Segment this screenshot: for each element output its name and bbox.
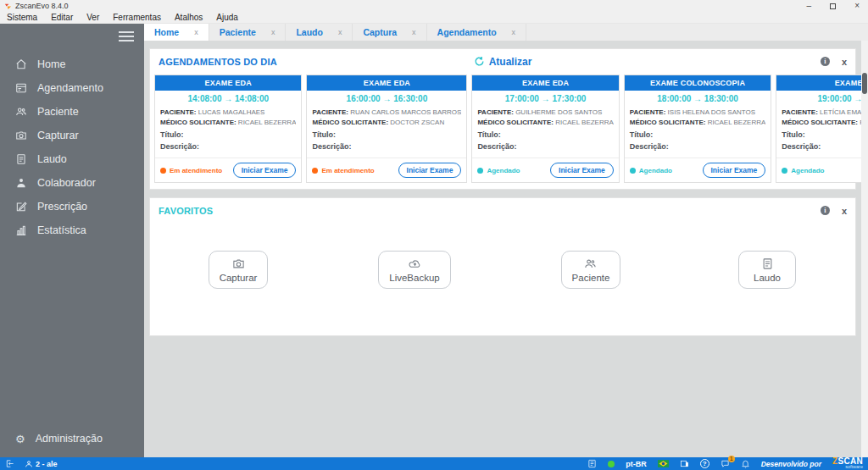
menu-sistema[interactable]: Sistema bbox=[7, 13, 37, 22]
notifications-bell-icon[interactable] bbox=[741, 459, 750, 468]
patients-icon bbox=[15, 106, 27, 118]
favorite-livebackup-button[interactable]: LiveBackup bbox=[378, 251, 450, 289]
sidebar-item-label: Estatística bbox=[37, 224, 86, 236]
exam-time: 19:00:00 → 19:30:00 bbox=[776, 91, 868, 106]
exam-card: EXAME COLONOSCOPIA 18:00:00 → 18:30:00 P… bbox=[624, 75, 771, 183]
display-icon[interactable] bbox=[680, 459, 689, 468]
tab-close-icon[interactable]: x bbox=[412, 28, 416, 36]
info-icon[interactable]: i bbox=[821, 57, 830, 66]
help-icon[interactable]: ? bbox=[700, 459, 709, 468]
connection-status-icon bbox=[608, 461, 615, 467]
collaborator-icon bbox=[15, 177, 27, 189]
patient-name: LUCAS MAGALHAES bbox=[198, 108, 265, 116]
tab-close-icon[interactable]: x bbox=[338, 28, 342, 36]
menu-editar[interactable]: Editar bbox=[51, 13, 73, 22]
minimize-button[interactable]: – bbox=[807, 2, 812, 10]
log-icon[interactable] bbox=[587, 459, 597, 468]
tab-captura[interactable]: Capturax bbox=[353, 24, 426, 41]
exam-card: EXAME EDA 17:00:00 → 17:30:00 PACIENTE: … bbox=[471, 75, 619, 183]
status-badge: Agendado bbox=[782, 167, 824, 174]
close-panel-icon[interactable]: x bbox=[842, 206, 847, 216]
brazil-flag-icon[interactable] bbox=[658, 460, 669, 467]
sidebar-item-estatistica[interactable]: Estatística bbox=[0, 218, 144, 242]
sidebar-item-label: Home bbox=[37, 58, 65, 70]
patient-name: GUILHERME DOS SANTOS bbox=[515, 108, 602, 116]
cloud-upload-icon bbox=[409, 257, 421, 270]
exam-type: EXAME COLONOSCOPIA bbox=[625, 75, 771, 91]
menu-ferramentas[interactable]: Ferramentas bbox=[113, 13, 161, 22]
logout-icon[interactable] bbox=[5, 459, 14, 468]
patients-icon bbox=[584, 257, 597, 270]
start-exam-button[interactable]: Iniciar Exame bbox=[550, 163, 614, 178]
chat-icon[interactable]: 1 bbox=[721, 459, 730, 468]
sidebar-item-administracao[interactable]: ⚙ Administração bbox=[0, 425, 144, 452]
vertical-scrollbar[interactable] bbox=[861, 41, 868, 457]
sidebar-item-capturar[interactable]: Capturar bbox=[0, 124, 144, 147]
doctor-name: DOCTOR ZSCAN bbox=[390, 119, 444, 126]
camera-icon bbox=[15, 130, 27, 141]
titlebar: ZscanEvo 8.4.0 – × bbox=[0, 0, 868, 12]
start-exam-button[interactable]: Iniciar Exame bbox=[703, 163, 766, 178]
menubar: Sistema Editar Ver Ferramentas Atalhos A… bbox=[0, 12, 868, 24]
exam-card: EXAME EDA 14:08:00 → 14:08:00 PACIENTE: … bbox=[154, 75, 302, 183]
developed-by-label: Desenvolvido por bbox=[761, 460, 821, 468]
menu-ver[interactable]: Ver bbox=[86, 13, 99, 22]
close-panel-icon[interactable]: x bbox=[842, 57, 847, 67]
tab-close-icon[interactable]: x bbox=[271, 28, 275, 36]
exam-time: 18:00:00 → 18:30:00 bbox=[625, 91, 771, 106]
sidebar: Home Agendamento Paciente Capturar Laudo bbox=[0, 24, 144, 457]
favorite-capturar-button[interactable]: Capturar bbox=[209, 251, 269, 289]
sidebar-item-prescricao[interactable]: Prescrição bbox=[0, 195, 144, 218]
content-area: AGENDAMENTOS DO DIA Atualizar i x bbox=[144, 41, 868, 457]
tab-close-icon[interactable]: x bbox=[194, 28, 198, 36]
sidebar-item-paciente[interactable]: Paciente bbox=[0, 100, 144, 124]
camera-icon bbox=[232, 257, 245, 270]
info-icon[interactable]: i bbox=[821, 206, 830, 215]
sidebar-item-colaborador[interactable]: Colaborador bbox=[0, 171, 144, 195]
gear-icon: ⚙ bbox=[15, 434, 25, 445]
window-title: ZscanEvo 8.4.0 bbox=[15, 2, 69, 10]
locale-label[interactable]: pt-BR bbox=[626, 460, 647, 468]
close-button[interactable]: × bbox=[854, 2, 860, 10]
status-dot-icon bbox=[477, 168, 483, 174]
menu-toggle-icon[interactable] bbox=[119, 29, 134, 44]
exam-time: 17:00:00 → 17:30:00 bbox=[472, 91, 618, 106]
sidebar-item-label: Capturar bbox=[37, 130, 79, 141]
report-icon bbox=[761, 257, 774, 270]
tab-laudo[interactable]: Laudox bbox=[286, 24, 353, 41]
tab-agendamento[interactable]: Agendamentox bbox=[427, 24, 527, 41]
scrollbar-thumb[interactable] bbox=[862, 73, 867, 94]
status-badge: Agendado bbox=[477, 167, 520, 174]
sidebar-item-laudo[interactable]: Laudo bbox=[0, 147, 144, 171]
statistics-icon bbox=[15, 224, 27, 236]
tab-paciente[interactable]: Pacientex bbox=[209, 24, 287, 41]
status-badge: Em atendimento bbox=[312, 167, 374, 174]
menu-atalhos[interactable]: Atalhos bbox=[175, 13, 203, 22]
sidebar-item-label: Colaborador bbox=[37, 177, 96, 189]
favorite-paciente-button[interactable]: Paciente bbox=[561, 251, 621, 289]
favorite-laudo-button[interactable]: Laudo bbox=[738, 251, 796, 289]
start-exam-button[interactable]: Iniciar Exame bbox=[233, 163, 297, 178]
status-dot-icon bbox=[160, 168, 166, 174]
prescription-icon bbox=[15, 201, 27, 213]
favorites-list: Capturar LiveBackup Paciente Laudo bbox=[150, 223, 855, 335]
menu-ajuda[interactable]: Ajuda bbox=[216, 13, 238, 22]
tab-close-icon[interactable]: x bbox=[512, 28, 516, 36]
status-badge: Em atendimento bbox=[160, 167, 222, 174]
home-icon bbox=[15, 58, 27, 70]
chat-badge: 1 bbox=[728, 456, 735, 462]
sidebar-item-label: Administração bbox=[36, 433, 103, 445]
maximize-button[interactable] bbox=[830, 3, 836, 9]
sidebar-item-agendamento[interactable]: Agendamento bbox=[0, 76, 144, 100]
tab-home[interactable]: Homex bbox=[144, 24, 209, 41]
exam-time: 14:08:00 → 14:08:00 bbox=[155, 91, 301, 106]
patient-name: RUAN CARLOS MARCOS BARROS bbox=[350, 108, 461, 116]
panel-title: AGENDAMENTOS DO DIA bbox=[159, 57, 277, 67]
sidebar-item-home[interactable]: Home bbox=[0, 53, 144, 76]
status-dot-icon bbox=[782, 168, 787, 174]
status-badge: Agendado bbox=[630, 167, 672, 174]
start-exam-button[interactable]: Iniciar Exame bbox=[398, 163, 462, 178]
exam-type: EXAME EDA bbox=[307, 75, 466, 91]
refresh-button[interactable]: Atualizar bbox=[474, 56, 532, 68]
current-user: 2 - ale bbox=[25, 460, 58, 468]
